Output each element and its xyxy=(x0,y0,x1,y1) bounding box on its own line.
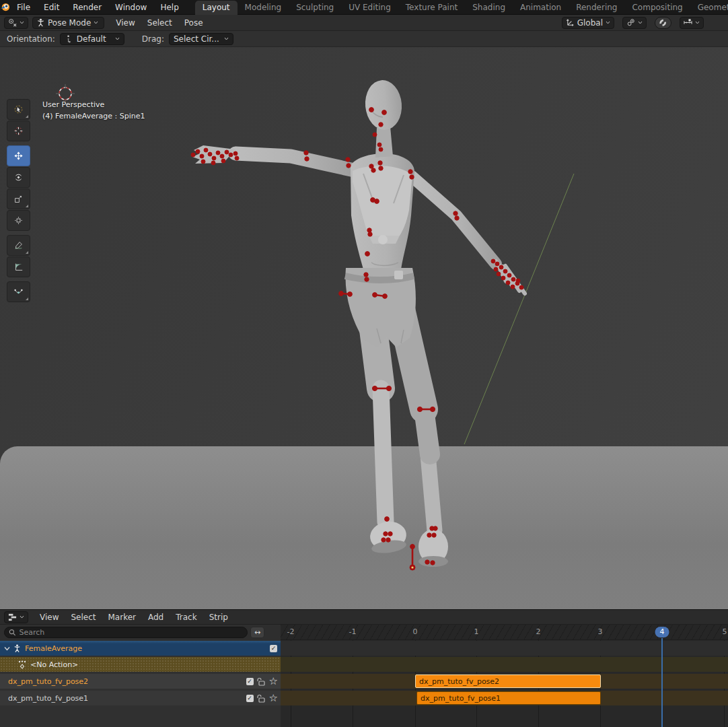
tab-compositing[interactable]: Compositing xyxy=(624,1,690,15)
nla-strip-pose2[interactable]: dx_pm_tuto_fv_pose2 xyxy=(415,674,601,688)
menu-render[interactable]: Render xyxy=(66,0,108,15)
nla-editor: -2 -1 0 1 2 3 5 4 dx_pm_tuto_fv_ xyxy=(0,625,728,727)
nla-filter-row: ↔ xyxy=(0,625,281,640)
tool-cursor-button[interactable] xyxy=(7,120,30,141)
tool-measure-button[interactable] xyxy=(7,256,30,277)
orientation-select[interactable]: Default xyxy=(60,33,124,45)
nla-menu-marker[interactable]: Marker xyxy=(102,613,142,622)
drag-select-value: Select Cir... xyxy=(174,34,221,44)
tool-scale-button[interactable] xyxy=(7,188,30,209)
tab-animation[interactable]: Animation xyxy=(513,1,569,15)
workspace-tabs: Layout Modeling Sculpting UV Editing Tex… xyxy=(195,0,728,15)
tab-geometry-nodes[interactable]: Geometry Nodes xyxy=(690,1,728,15)
unlock-icon[interactable] xyxy=(257,677,265,686)
tab-modeling[interactable]: Modeling xyxy=(238,1,289,15)
tool-transform-button[interactable] xyxy=(7,210,30,231)
track-enable-checkbox[interactable]: ✓ xyxy=(246,695,254,702)
channel-label: dx_pm_tuto_fv_pose2 xyxy=(8,677,88,686)
tool-annotate-button[interactable] xyxy=(7,235,30,256)
pivot-point-icon xyxy=(626,18,635,27)
tool-select-box-button[interactable] xyxy=(7,99,30,120)
mode-dropdown[interactable]: Pose Mode xyxy=(32,17,104,29)
search-icon xyxy=(9,629,16,636)
proportional-editing-icon xyxy=(684,18,692,27)
menu-help[interactable]: Help xyxy=(153,0,185,15)
expand-channels-button[interactable]: ↔ xyxy=(250,627,264,638)
tab-rendering[interactable]: Rendering xyxy=(569,1,624,15)
tool-settings-bar: Orientation: Default Drag: Select Cir... xyxy=(0,31,728,47)
nla-editor-icon xyxy=(8,613,17,621)
menu-select[interactable]: Select xyxy=(141,18,178,28)
track-enable-checkbox[interactable]: ✓ xyxy=(246,678,254,685)
nla-menu-add[interactable]: Add xyxy=(142,613,170,622)
viewport-editor-icon xyxy=(8,18,17,27)
menu-pose[interactable]: Pose xyxy=(178,18,209,28)
strip-label: dx_pm_tuto_fv_pose1 xyxy=(421,694,501,703)
nla-strip-region[interactable]: -2 -1 0 1 2 3 5 4 dx_pm_tuto_fv_ xyxy=(281,625,728,727)
ruler-tick: -2 xyxy=(287,627,295,636)
viewport-3d[interactable]: User Perspective (4) FemaleAverage : Spi… xyxy=(0,47,728,609)
playhead[interactable] xyxy=(661,638,663,727)
blender-logo-icon[interactable] xyxy=(0,2,10,12)
menu-view[interactable]: View xyxy=(110,18,141,28)
ruler-tick: 0 xyxy=(413,627,418,636)
channel-row-femaleaverage[interactable]: FemaleAverage ✓ xyxy=(0,641,281,656)
channel-enable-checkbox[interactable]: ✓ xyxy=(270,645,277,652)
chevron-down-icon xyxy=(695,21,700,24)
search-field[interactable] xyxy=(4,627,248,638)
nla-menu-strip[interactable]: Strip xyxy=(203,613,234,622)
proportional-editing-dropdown[interactable] xyxy=(680,17,704,29)
unlock-icon[interactable] xyxy=(257,694,265,703)
nla-menu-view[interactable]: View xyxy=(34,613,65,622)
orientation-label: Orientation: xyxy=(7,34,55,44)
solo-star-icon[interactable]: ☆ xyxy=(269,677,278,686)
solo-star-icon[interactable]: ☆ xyxy=(269,693,278,703)
snap-toggle-button[interactable] xyxy=(655,17,671,29)
scale-icon xyxy=(14,195,23,203)
drag-label: Drag: xyxy=(142,34,164,44)
nla-strip-pose1[interactable]: dx_pm_tuto_fv_pose1 xyxy=(416,691,601,705)
nla-header: View Select Marker Add Track Strip xyxy=(0,609,728,625)
menu-file[interactable]: File xyxy=(10,0,37,15)
collapse-chevron-icon[interactable] xyxy=(4,646,10,651)
editor-type-dropdown[interactable] xyxy=(4,17,28,29)
nla-editor-type-dropdown[interactable] xyxy=(4,611,28,623)
orientation-select-value: Default xyxy=(77,34,112,44)
tab-sculpting[interactable]: Sculpting xyxy=(289,1,341,15)
select-box-icon xyxy=(14,105,23,114)
transform-icon xyxy=(14,216,23,225)
nla-channel-region: ↔ FemaleAverage ✓ <No Action> dx_pm_tuto… xyxy=(0,625,281,727)
tab-shading[interactable]: Shading xyxy=(465,1,513,15)
pose-mode-icon xyxy=(36,18,45,27)
channel-row-no-action[interactable]: <No Action> xyxy=(0,657,281,672)
orientation-axes-icon xyxy=(566,18,575,27)
viewport-toolbar xyxy=(7,99,30,303)
nla-menu-select[interactable]: Select xyxy=(65,613,102,622)
tool-pose-breakdowner-button[interactable] xyxy=(7,281,30,302)
active-bone-label: (4) FemaleAverage : Spine1 xyxy=(42,110,145,122)
search-input[interactable] xyxy=(20,628,243,637)
current-frame-badge[interactable]: 4 xyxy=(655,627,669,637)
y-axis-line xyxy=(464,174,574,444)
channel-label: <No Action> xyxy=(30,660,78,669)
viewport-header-right: Global xyxy=(562,17,704,29)
character-model xyxy=(192,79,525,567)
channel-row-pose2[interactable]: dx_pm_tuto_fv_pose2 ✓ ☆ xyxy=(0,674,281,689)
drag-select[interactable]: Select Cir... xyxy=(169,33,233,45)
channel-row-pose1[interactable]: dx_pm_tuto_fv_pose1 ✓ ☆ xyxy=(0,691,281,705)
pivot-point-dropdown[interactable] xyxy=(622,17,647,29)
tab-uv-editing[interactable]: UV Editing xyxy=(341,1,398,15)
chevron-down-icon xyxy=(224,37,229,40)
armature-object-icon xyxy=(13,644,22,653)
measure-icon xyxy=(14,263,23,271)
menu-window[interactable]: Window xyxy=(108,0,153,15)
ruler-tick: 5 xyxy=(723,627,727,636)
tool-move-button[interactable] xyxy=(7,145,30,166)
tab-layout[interactable]: Layout xyxy=(195,1,238,15)
menu-edit[interactable]: Edit xyxy=(37,0,66,15)
transform-orientation-dropdown[interactable]: Global xyxy=(562,17,614,29)
topbar: File Edit Render Window Help Layout Mode… xyxy=(0,0,728,15)
tab-texture-paint[interactable]: Texture Paint xyxy=(398,1,465,15)
tool-rotate-button[interactable] xyxy=(7,167,30,188)
nla-menu-track[interactable]: Track xyxy=(170,613,203,622)
